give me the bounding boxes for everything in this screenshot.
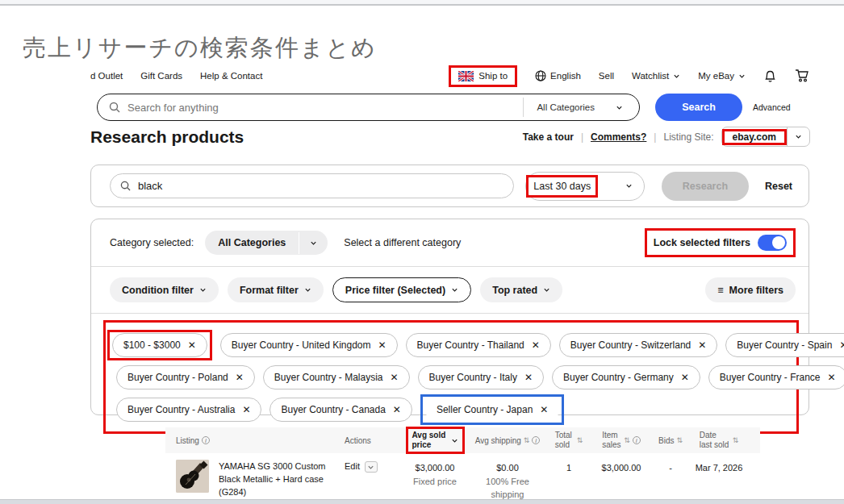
search-category-dropdown[interactable]: All Categories [523, 98, 634, 117]
avg-shipping-header-label: Avg shipping [475, 436, 521, 445]
research-button[interactable]: Research [662, 172, 749, 201]
column-header-total-sold[interactable]: Total sold ⇅ [546, 431, 591, 450]
price-filter-button[interactable]: Price filter (Selected) [332, 277, 471, 302]
ship-to-label: Ship to [478, 71, 508, 81]
date-last-sold-header-label: Date last sold [700, 431, 730, 450]
sort-icon[interactable]: ⇅ [676, 436, 683, 444]
chevron-down-icon [543, 286, 550, 294]
condition-filter-button[interactable]: Condition filter [110, 277, 219, 302]
sort-icon[interactable]: ⇅ [577, 436, 583, 444]
date-range-dropdown[interactable]: Last 30 days [525, 172, 645, 201]
ebay-global-nav: d Outlet Gift Cards Help & Contact Ship … [90, 66, 810, 85]
filter-chip-buyer-canada[interactable]: Buyer Country - Canada ✕ [269, 398, 412, 422]
chip-row-1: $100 - $3000 ✕ Buyer Country - United Ki… [107, 330, 792, 360]
sort-icon[interactable]: ⇅ [524, 436, 530, 444]
chip-label: Buyer Country - France [720, 372, 821, 383]
column-header-date-last-sold[interactable]: Date last sold ⇅ [690, 431, 748, 450]
annotation-blue-box-seller-japan: Seller Country - Japan ✕ [420, 394, 564, 425]
browser-top-bar [0, 0, 844, 6]
reset-button[interactable]: Reset [765, 181, 792, 192]
sort-icon[interactable]: ⇅ [624, 436, 630, 444]
filter-chip-buyer-germany[interactable]: Buyer Country - Germany ✕ [552, 365, 700, 389]
close-icon[interactable]: ✕ [532, 339, 540, 351]
watchlist-menu[interactable]: Watchlist [632, 71, 680, 81]
close-icon[interactable]: ✕ [242, 404, 250, 415]
search-button[interactable]: Search [655, 94, 742, 121]
column-header-avg-shipping[interactable]: Avg shipping ⇅ i [469, 436, 546, 445]
chip-label: $100 - $3000 [123, 339, 181, 351]
notifications-bell-icon[interactable] [763, 69, 777, 83]
advanced-search-link[interactable]: Advanced [753, 102, 791, 112]
close-icon[interactable]: ✕ [391, 372, 399, 383]
filter-chip-buyer-thailand[interactable]: Buyer Country - Thailand ✕ [406, 333, 551, 357]
nav-link-outlet[interactable]: d Outlet [90, 71, 123, 81]
column-header-item-sales[interactable]: Item sales ⇅ i [591, 431, 651, 450]
ship-to-menu[interactable]: Ship to [451, 68, 515, 85]
filter-chip-buyer-switzerland[interactable]: Buyer Country - Switzerland ✕ [559, 333, 717, 357]
category-chevron[interactable] [299, 232, 328, 254]
avg-shipping-value: $0.00 [472, 461, 543, 475]
close-icon[interactable]: ✕ [393, 404, 401, 415]
column-header-bids[interactable]: Bids ⇅ [651, 436, 690, 445]
filter-chip-buyer-italy[interactable]: Buyer Country - Italy ✕ [418, 365, 544, 389]
filter-chip-seller-japan[interactable]: Seller Country - Japan ✕ [425, 398, 559, 422]
column-header-avg-sold-price[interactable]: Avg sold price [401, 427, 469, 454]
listing-title-link[interactable]: YAMAHA SG 3000 Custom Black Metallic + H… [219, 460, 338, 502]
my-ebay-menu[interactable]: My eBay [698, 71, 746, 81]
cart-icon[interactable] [795, 69, 810, 83]
category-dropdown[interactable]: All Categories [205, 231, 328, 255]
close-icon[interactable]: ✕ [540, 404, 548, 415]
nav-link-gift-cards[interactable]: Gift Cards [140, 71, 182, 81]
close-icon[interactable]: ✕ [188, 339, 196, 351]
close-icon[interactable]: ✕ [698, 339, 706, 351]
filter-chip-buyer-poland[interactable]: Buyer Country - Poland ✕ [116, 365, 255, 389]
nav-link-help-contact[interactable]: Help & Contact [200, 71, 262, 81]
filters-panel: Category selected: All Categories Select… [90, 219, 809, 415]
search-category-value: All Categories [537, 102, 595, 112]
info-icon[interactable]: i [202, 436, 210, 444]
language-menu[interactable]: English [535, 70, 581, 81]
edit-action-label[interactable]: Edit [345, 461, 360, 471]
filter-chip-buyer-france[interactable]: Buyer Country - France ✕ [708, 365, 844, 389]
listing-site-dropdown[interactable]: ebay.com [721, 127, 810, 147]
bids-header-label: Bids [658, 436, 674, 445]
info-icon[interactable]: i [532, 436, 540, 444]
close-icon[interactable]: ✕ [828, 372, 836, 383]
annotation-red-box-lock-filters: Lock selected filters [645, 228, 796, 257]
comments-link[interactable]: Comments? [591, 131, 646, 143]
select-different-category-link[interactable]: Select a different category [344, 237, 461, 248]
info-icon[interactable]: i [633, 436, 641, 444]
watchlist-label: Watchlist [632, 71, 669, 81]
close-icon[interactable]: ✕ [524, 372, 533, 383]
search-input[interactable]: Search for anything All Categories [97, 94, 640, 121]
filter-chip-buyer-uk[interactable]: Buyer Country - United Kingdom ✕ [220, 333, 398, 357]
listing-site-chevron[interactable] [787, 127, 809, 146]
close-icon[interactable]: ✕ [681, 372, 689, 383]
filter-chip-buyer-malaysia[interactable]: Buyer Country - Malaysia ✕ [263, 365, 410, 389]
chip-row-3: Buyer Country - Australia ✕ Buyer Countr… [107, 394, 792, 425]
nav-link-sell[interactable]: Sell [599, 71, 614, 81]
take-a-tour-link[interactable]: Take a tour [523, 131, 574, 143]
separator: | [654, 131, 656, 143]
column-header-listing[interactable]: Listing i [165, 436, 341, 445]
annotation-red-box-date-range: Last 30 days [526, 175, 598, 198]
close-icon[interactable]: ✕ [236, 372, 244, 383]
format-filter-button[interactable]: Format filter [228, 277, 324, 302]
category-row: Category selected: All Categories Select… [91, 219, 808, 267]
filter-chip-buyer-australia[interactable]: Buyer Country - Australia ✕ [116, 398, 261, 422]
chevron-down-icon [673, 73, 680, 80]
lock-filters-toggle[interactable] [758, 235, 787, 251]
category-value: All Categories [205, 231, 299, 255]
filter-chip-buyer-spain[interactable]: Buyer Country - Spain ✕ [725, 333, 844, 357]
lock-filters-label: Lock selected filters [654, 237, 750, 248]
top-rated-filter-button[interactable]: Top rated [480, 277, 562, 302]
research-title: Research products [90, 127, 244, 147]
listing-thumbnail [176, 460, 209, 493]
edit-dropdown-button[interactable] [365, 461, 378, 473]
more-filters-button[interactable]: ≡ More filters [705, 277, 796, 302]
keyword-input[interactable]: black [110, 173, 514, 198]
close-icon[interactable]: ✕ [839, 339, 844, 351]
sort-icon[interactable]: ⇅ [733, 436, 739, 444]
close-icon[interactable]: ✕ [378, 339, 386, 351]
filter-chip-price-range[interactable]: $100 - $3000 ✕ [112, 333, 207, 357]
